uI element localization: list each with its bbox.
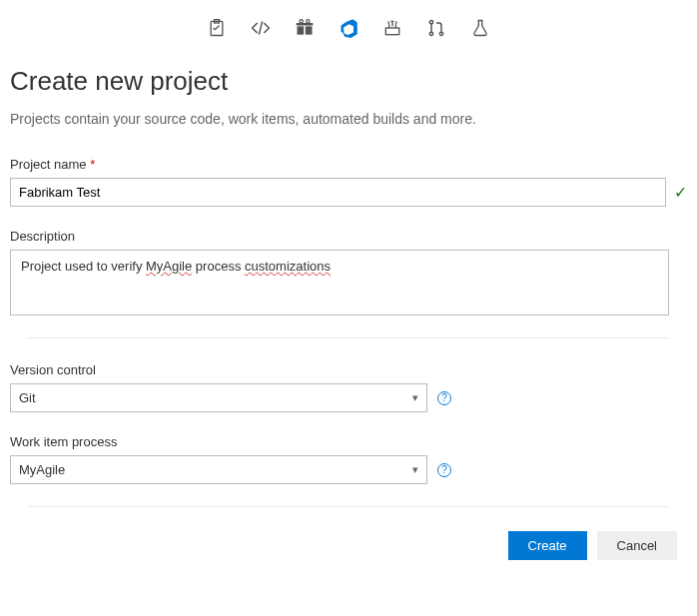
svg-point-9 [429,32,432,35]
required-asterisk: * [90,157,95,172]
version-control-help-icon[interactable]: ? [437,391,451,405]
chevron-down-icon: ▾ [412,463,418,476]
version-control-select[interactable]: Git ▾ [10,383,427,412]
test-flask-icon[interactable] [470,18,490,38]
divider [28,506,669,507]
devops-logo-icon[interactable] [339,18,358,38]
work-item-process-help-icon[interactable]: ? [437,463,451,477]
svg-point-6 [307,20,310,23]
svg-point-8 [429,21,432,24]
work-item-process-field: Work item process MyAgile ▾ ? [10,434,687,484]
version-control-field: Version control Git ▾ ? [10,362,687,412]
version-control-label: Version control [10,362,687,377]
work-item-process-label: Work item process [10,434,687,449]
page-title: Create new project [10,66,687,97]
description-field: Description Project used to verify MyAgi… [10,229,687,315]
project-name-field: Project name * ✓ [10,157,687,207]
description-label: Description [10,229,687,244]
code-icon[interactable] [251,18,271,38]
page-subtitle: Projects contain your source code, work … [10,111,687,127]
svg-rect-7 [385,28,398,35]
action-footer: Create Cancel [10,531,687,560]
work-item-process-value: MyAgile [19,462,65,477]
svg-rect-4 [297,23,314,26]
project-name-input[interactable] [10,178,666,207]
svg-point-5 [300,20,303,23]
svg-point-10 [439,32,442,35]
pull-request-icon[interactable] [426,18,446,38]
valid-checkmark-icon: ✓ [674,183,687,202]
gift-icon[interactable] [295,18,315,38]
description-input[interactable]: Project used to verify MyAgile process c… [10,250,669,315]
cancel-button[interactable]: Cancel [597,531,677,560]
create-button[interactable]: Create [508,531,587,560]
nav-icon-bar [0,0,697,66]
work-item-process-select[interactable]: MyAgile ▾ [10,455,427,484]
svg-rect-2 [298,26,305,34]
divider [28,337,669,338]
project-name-label: Project name * [10,157,687,172]
build-icon[interactable] [382,18,402,38]
work-items-icon[interactable] [207,18,227,38]
chevron-down-icon: ▾ [412,391,418,404]
version-control-value: Git [19,390,36,405]
svg-rect-3 [306,26,313,34]
